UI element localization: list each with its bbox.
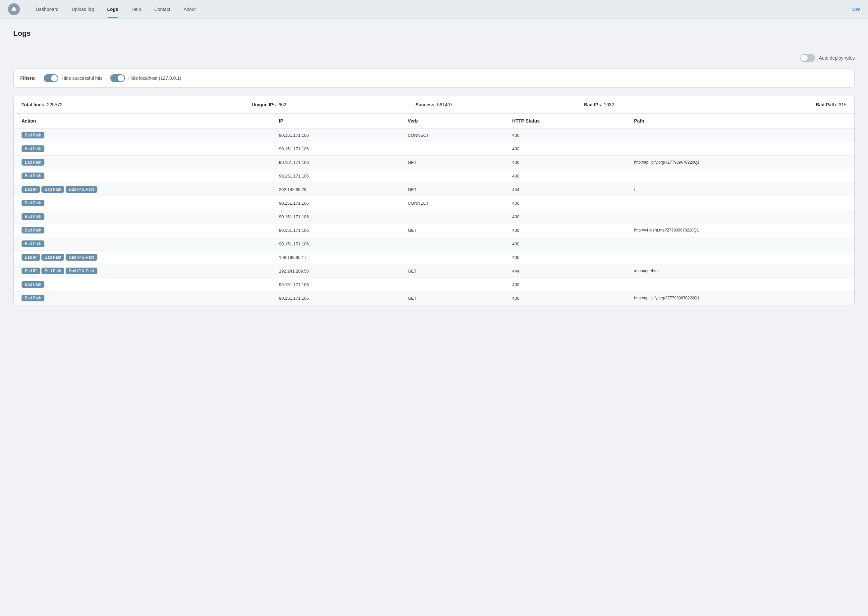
success-value: 561407 — [437, 102, 453, 107]
action-cell: Bad IPBad PathBad IP & Path — [14, 264, 271, 278]
badge-bad-ip[interactable]: Bad IP — [22, 254, 40, 261]
ip-cell: 90.151.171.106 — [271, 142, 400, 156]
stat-unique-ips: Unique IPs: 662 — [187, 102, 352, 107]
action-cell: Bad IPBad PathBad IP & Path — [14, 183, 271, 196]
badge-bad-path[interactable]: Bad Path — [41, 254, 64, 261]
toggle-knob — [51, 75, 58, 82]
success-label: Success: — [415, 102, 436, 107]
verb-cell — [400, 251, 504, 264]
filters-label: Filters: — [20, 75, 36, 81]
ip-cell: 90.151.171.106 — [271, 196, 400, 210]
toggle-knob — [801, 55, 808, 61]
verb-cell — [400, 142, 504, 156]
filters-bar: Filters: Hide successful hits Hide local… — [13, 69, 855, 88]
filter-hide-success-toggle[interactable] — [44, 74, 58, 82]
col-header-verb: Verb — [400, 113, 504, 129]
auto-deploy-label: Auto deploy rules — [819, 55, 855, 61]
nav-link-about[interactable]: About — [178, 4, 201, 14]
badge-bad-path[interactable]: Bad Path — [22, 159, 44, 166]
status-cell: 400 — [504, 196, 626, 210]
nav-link-upload-log[interactable]: Upload log — [67, 4, 99, 14]
badge-bad-ip-path[interactable]: Bad IP & Path — [66, 267, 97, 274]
status-cell: 400 — [504, 156, 626, 169]
bad-path-value: 315 — [839, 102, 846, 107]
badge-bad-path[interactable]: Bad Path — [41, 267, 64, 274]
badge-bad-path[interactable]: Bad Path — [22, 132, 44, 138]
unique-ips-value: 662 — [278, 102, 286, 107]
badge-bad-path[interactable]: Bad Path — [41, 186, 64, 193]
logo-icon[interactable] — [8, 3, 20, 15]
path-cell — [626, 196, 854, 210]
badge-bad-path[interactable]: Bad Path — [22, 173, 44, 179]
ip-cell: 90.151.171.106 — [271, 169, 400, 183]
filter-hide-localhost-label: Hide localhost (127.0.0.1) — [128, 75, 181, 81]
filter-hide-success: Hide successful hits — [44, 74, 103, 82]
total-lines-label: Total lines: — [22, 102, 46, 107]
badge-bad-ip[interactable]: Bad IP — [22, 186, 40, 193]
badge-bad-path[interactable]: Bad Path — [22, 213, 44, 220]
path-cell: http://api.ipify.org/?Z77939670220Q1 — [626, 156, 854, 169]
verb-cell: GET — [400, 223, 504, 237]
action-cell: Bad Path — [14, 129, 271, 142]
status-cell: 444 — [504, 183, 626, 196]
path-cell: http://v4.ident.me?Z77939670220Q1 — [626, 223, 854, 237]
verb-cell: CONNECT — [400, 196, 504, 210]
ip-cell: 90.151.171.106 — [271, 237, 400, 251]
table-container: Total lines: 225572 Unique IPs: 662 Succ… — [13, 96, 855, 305]
status-cell: 400 — [504, 169, 626, 183]
table-row: Bad Path90.151.171.106GET400http://api.i… — [14, 156, 854, 169]
badge-bad-path[interactable]: Bad Path — [22, 295, 44, 302]
status-cell: 400 — [504, 223, 626, 237]
bad-path-label: Bad Path: — [816, 102, 837, 107]
nav-link-logs[interactable]: Logs — [102, 4, 123, 14]
ip-cell: 90.151.171.106 — [271, 210, 400, 223]
filter-hide-localhost-toggle[interactable] — [110, 74, 125, 82]
page-title: Logs — [13, 29, 855, 38]
table-row: Bad IPBad PathBad IP & Path202.142.95.78… — [14, 183, 854, 196]
col-header-action: Action — [14, 113, 271, 129]
action-cell: Bad Path — [14, 291, 271, 305]
path-cell — [626, 237, 854, 251]
badge-bad-path[interactable]: Bad Path — [22, 240, 44, 247]
ip-cell: 192.241.209.58 — [271, 264, 400, 278]
path-cell — [626, 129, 854, 142]
path-cell — [626, 210, 854, 223]
user-avatar[interactable]: DW — [852, 6, 860, 12]
stat-success: Success: 561407 — [352, 102, 516, 107]
badge-bad-ip-path[interactable]: Bad IP & Path — [66, 186, 97, 193]
table-header: ActionIPVerbHTTP StatusPath — [14, 113, 854, 129]
status-cell: 444 — [504, 264, 626, 278]
nav-link-dashboard[interactable]: Dashboard — [30, 4, 64, 14]
separator — [13, 46, 855, 46]
path-cell — [626, 169, 854, 183]
auto-deploy-toggle[interactable] — [800, 54, 815, 62]
toggle-knob — [118, 75, 124, 82]
badge-bad-ip-path[interactable]: Bad IP & Path — [66, 254, 97, 261]
filter-hide-localhost: Hide localhost (127.0.0.1) — [110, 74, 181, 82]
ip-cell: 90.151.171.106 — [271, 223, 400, 237]
badge-bad-path[interactable]: Bad Path — [22, 281, 44, 288]
table-body: Bad Path90.151.171.106CONNECT400Bad Path… — [14, 129, 854, 305]
path-cell — [626, 142, 854, 156]
badge-bad-ip[interactable]: Bad IP — [22, 267, 40, 274]
action-cell: Bad Path — [14, 237, 271, 251]
path-cell: /manager/html — [626, 264, 854, 278]
ip-cell: 198.199.95.17 — [271, 251, 400, 264]
nav-link-help[interactable]: Help — [126, 4, 146, 14]
ip-cell: 90.151.171.106 — [271, 129, 400, 142]
action-cell: Bad Path — [14, 142, 271, 156]
stats-row: Total lines: 225572 Unique IPs: 662 Succ… — [14, 96, 854, 113]
status-cell: 400 — [504, 142, 626, 156]
badge-bad-path[interactable]: Bad Path — [22, 145, 44, 152]
col-header-http-status: HTTP Status — [504, 113, 626, 129]
status-cell: 400 — [504, 129, 626, 142]
badge-bad-path[interactable]: Bad Path — [22, 227, 44, 234]
table-row: Bad Path90.151.171.106400 — [14, 142, 854, 156]
table-row: Bad Path90.151.171.106GET400http://api.i… — [14, 291, 854, 305]
path-cell: http://api.ipify.org/?Z77939670220Q1 — [626, 291, 854, 305]
table-row: Bad Path90.151.171.106400 — [14, 210, 854, 223]
badge-bad-path[interactable]: Bad Path — [22, 200, 44, 206]
stat-total-lines: Total lines: 225572 — [22, 102, 187, 107]
nav-link-contact[interactable]: Contact — [149, 4, 176, 14]
total-lines-value: 225572 — [47, 102, 63, 107]
